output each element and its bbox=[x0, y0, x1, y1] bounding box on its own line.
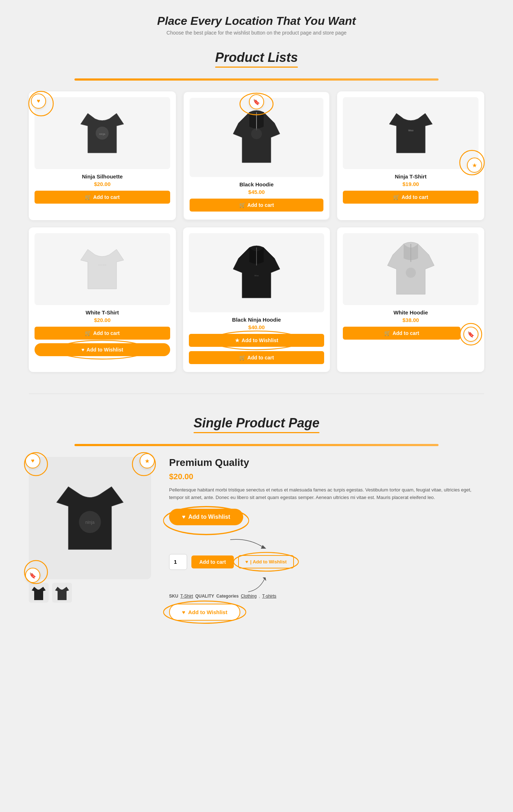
single-product-main-image: ♥ ★ 🔖 bbox=[29, 457, 151, 579]
svg-point-5 bbox=[251, 128, 262, 139]
add-to-wishlist-btn-4[interactable]: ♥ Add to Wishlist bbox=[35, 343, 170, 356]
add-to-wishlist-standalone[interactable]: ♥ Add to Wishlist bbox=[169, 509, 243, 525]
wishlist-bookmark-single[interactable]: 🔖 bbox=[25, 568, 40, 583]
tshirts-link[interactable]: T-shirts bbox=[262, 594, 276, 599]
product-image-wrap-2: 🔖 bbox=[190, 98, 324, 177]
product-name-5: Black Ninja Hoodie bbox=[232, 317, 281, 323]
single-product-price: $20.00 bbox=[169, 472, 484, 481]
page-header: Place Every Location That You Want Choos… bbox=[29, 14, 484, 36]
star-icon-single: ★ bbox=[145, 458, 150, 464]
svg-text:ninja: ninja bbox=[85, 520, 95, 525]
product-card-white-tshirt: ~~~ ~~~ White T-Shirt $20.00 🛒 Add to ca… bbox=[29, 227, 176, 372]
add-to-cart-btn-6[interactable]: 🛒 Add to cart bbox=[343, 327, 460, 340]
clothing-link[interactable]: Clothing bbox=[241, 594, 256, 599]
add-to-cart-btn-3[interactable]: 🛒 Add to cart bbox=[343, 191, 478, 204]
product-image-2 bbox=[231, 105, 282, 170]
add-to-wishlist-inline[interactable]: ♥ | Add to Wishlist bbox=[238, 555, 294, 568]
svg-marker-22 bbox=[261, 545, 266, 549]
single-product-name: Premium Quality bbox=[169, 457, 484, 468]
add-to-cart-btn-5[interactable]: 🛒 Add to cart bbox=[189, 351, 324, 364]
cart-icon-3: 🛒 bbox=[393, 194, 399, 200]
section-divider bbox=[29, 394, 484, 394]
product-price-1: $20.00 bbox=[94, 181, 110, 187]
star-icon-5: ★ bbox=[235, 337, 240, 343]
heart-icon-1: ♥ bbox=[37, 98, 40, 104]
heart-icon-bottom: ♥ bbox=[182, 609, 185, 615]
cart-icon-1: 🛒 bbox=[85, 194, 91, 200]
thumbnail-2[interactable] bbox=[52, 583, 72, 603]
product-price-2: $45.00 bbox=[248, 189, 265, 195]
add-to-cart-btn-2[interactable]: 🛒 Add to cart bbox=[190, 199, 324, 212]
page-subtitle: Choose the best place for the wishlist b… bbox=[29, 30, 484, 36]
svg-text:~~~ ~~~: ~~~ ~~~ bbox=[98, 264, 106, 266]
product-card-black-hoodie: 🔖 Black Hoodie $45.00 🛒 Add to cart bbox=[183, 91, 330, 220]
wishlist-star-btn-3[interactable]: ★ bbox=[467, 158, 482, 173]
svg-text:ninja: ninja bbox=[99, 132, 105, 136]
product-image-1: ninja bbox=[77, 106, 127, 160]
product-name-6: White Hoodie bbox=[394, 309, 428, 316]
product-lists-title: Product Lists bbox=[215, 50, 298, 68]
svg-marker-24 bbox=[263, 577, 266, 581]
bookmark-icon-single: 🔖 bbox=[29, 572, 36, 579]
cart-icon-4: 🛒 bbox=[85, 330, 91, 336]
add-to-cart-single[interactable]: Add to cart bbox=[191, 555, 234, 568]
quantity-input[interactable] bbox=[169, 554, 187, 570]
cart-icon-2: 🛒 bbox=[239, 202, 245, 208]
single-product-info: Premium Quality $20.00 Pellentesque habi… bbox=[169, 457, 484, 621]
single-product-tshirt: ninja bbox=[50, 475, 130, 561]
product-price-6: $38.00 bbox=[403, 317, 419, 323]
single-product-description: Pellentesque habitant morbi tristique se… bbox=[169, 486, 484, 502]
heart-icon-4: ♥ bbox=[81, 347, 84, 353]
product-name-2: Black Hoodie bbox=[239, 181, 273, 187]
product-image-wrap-1: ♥ ninja bbox=[35, 97, 170, 169]
add-to-cart-btn-4[interactable]: 🛒 Add to cart bbox=[35, 327, 170, 340]
wishlist-bookmark-btn-6[interactable]: 🔖 bbox=[463, 327, 478, 342]
add-to-wishlist-bottom[interactable]: ♥ Add to Wishlist bbox=[169, 604, 240, 621]
add-to-wishlist-btn-5[interactable]: ★ Add to Wishlist bbox=[189, 334, 324, 347]
wishlist-heart-single[interactable]: ♥ bbox=[25, 453, 40, 468]
product-image-wrap-4: ~~~ ~~~ bbox=[35, 233, 170, 305]
add-to-cart-row: Add to cart ♥ | Add to Wishlist bbox=[169, 554, 484, 570]
svg-point-14 bbox=[406, 268, 416, 278]
product-thumbnails bbox=[29, 583, 151, 603]
product-card-white-hoodie: White Hoodie $38.00 🛒 Add to cart 🔖 bbox=[337, 227, 484, 372]
cart-icon-6: 🛒 bbox=[384, 330, 390, 336]
product-price-3: $19.00 bbox=[403, 181, 419, 187]
heart-icon-inline: ♥ bbox=[245, 559, 248, 564]
product-name-1: Ninja Silhouette bbox=[82, 173, 123, 180]
single-product-layout: ♥ ★ 🔖 bbox=[29, 457, 484, 621]
product-image-wrap-3: ★ Woo bbox=[343, 97, 478, 169]
wishlist-star-single[interactable]: ★ bbox=[140, 453, 155, 468]
bookmark-icon-6: 🔖 bbox=[467, 331, 475, 338]
product-image-3: Woo bbox=[386, 106, 436, 160]
add-to-cart-btn-1[interactable]: 🛒 Add to cart bbox=[35, 191, 170, 204]
product-lists-section: Product Lists ♥ ni bbox=[29, 50, 484, 372]
product-name-3: Ninja T-Shirt bbox=[395, 173, 426, 180]
svg-text:Woo: Woo bbox=[254, 275, 259, 277]
product-card-ninja-silhouette: ♥ ninja Ninja Silhouette $20.00 🛒 Add to… bbox=[29, 91, 176, 220]
wishlist-bookmark-btn-2[interactable]: 🔖 bbox=[249, 94, 264, 109]
sku-link[interactable]: T-Shirt bbox=[180, 594, 193, 599]
section-underline-2 bbox=[74, 444, 439, 446]
product-image-4: ~~~ ~~~ bbox=[77, 242, 127, 296]
single-product-title: Single Product Page bbox=[194, 416, 319, 433]
single-product-section: Single Product Page ♥ bbox=[29, 416, 484, 621]
section-underline bbox=[74, 78, 439, 81]
product-card-ninja-tshirt: ★ Woo Ninja T-Shirt $19.00 🛒 Add to cart bbox=[337, 91, 484, 220]
cart-icon-5: 🛒 bbox=[239, 355, 245, 360]
star-icon-3: ★ bbox=[472, 162, 477, 169]
product-card-black-ninja-hoodie: Woo Black Ninja Hoodie $40.00 ★ Add to W… bbox=[183, 227, 330, 372]
thumbnail-1[interactable] bbox=[29, 583, 49, 603]
page-title: Place Every Location That You Want bbox=[29, 14, 484, 28]
product-price-5: $40.00 bbox=[248, 324, 265, 330]
wishlist-heart-btn-1[interactable]: ♥ bbox=[31, 94, 46, 109]
product-price-4: $20.00 bbox=[94, 317, 110, 323]
product-image-5: Woo bbox=[231, 240, 282, 305]
heart-icon-single: ♥ bbox=[31, 458, 35, 464]
product-image-6 bbox=[386, 237, 436, 301]
product-image-wrap-6 bbox=[343, 233, 478, 305]
product-grid: ♥ ninja Ninja Silhouette $20.00 🛒 Add to… bbox=[29, 91, 484, 372]
single-product-images: ♥ ★ 🔖 bbox=[29, 457, 151, 603]
svg-text:Woo: Woo bbox=[408, 129, 413, 132]
bookmark-icon-2: 🔖 bbox=[253, 99, 260, 105]
